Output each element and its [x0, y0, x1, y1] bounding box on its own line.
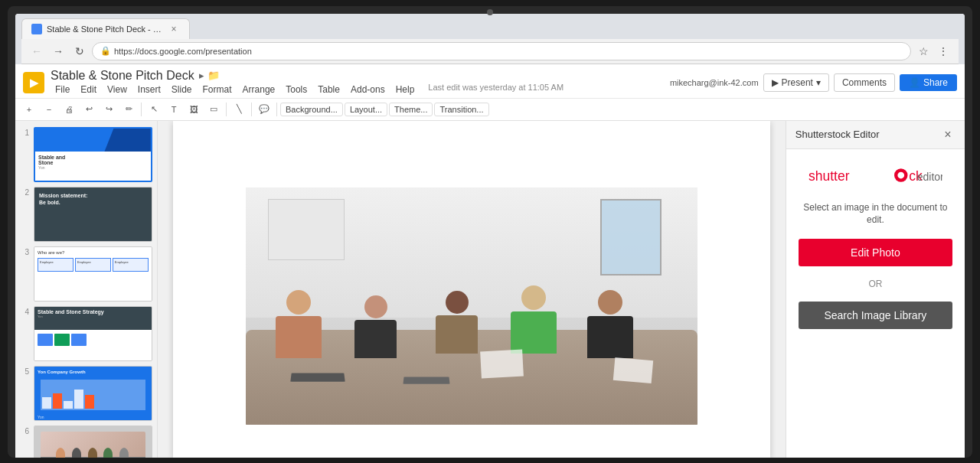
panel-title: Shutterstock Editor: [795, 129, 880, 140]
slide-thumb-3[interactable]: Who are we? Employee Employee Employee: [34, 246, 152, 302]
image-btn[interactable]: 🖼: [185, 100, 203, 119]
textbox-btn[interactable]: T: [165, 100, 183, 119]
slide2-text: Mission statement:Be bold.: [39, 192, 147, 206]
user-email: mikecharg@ink-42.com: [670, 78, 759, 87]
slide3-content: Employee Employee Employee: [38, 258, 149, 272]
more-button[interactable]: ⋮: [934, 42, 952, 60]
slide-thumb-1[interactable]: Stable andStone Yon: [34, 127, 152, 182]
paint-btn[interactable]: ✏: [119, 100, 138, 119]
slide-item-4[interactable]: 4 Stable and Stone Strategy Yon: [20, 306, 152, 361]
docs-title-info: Stable & Stone Pitch Deck ▸ 📁 File Edit …: [51, 69, 664, 96]
present-icon: ▶: [772, 77, 779, 88]
address-bar[interactable]: 🔒 https://docs.google.com/presentation: [92, 42, 911, 60]
nav-bar: ← → ↻ 🔒 https://docs.google.com/presenta…: [21, 39, 959, 64]
slide-thumb-5[interactable]: Yon Company Growth: [34, 366, 152, 421]
shapes-btn[interactable]: ▭: [204, 100, 223, 119]
menu-edit[interactable]: Edit: [76, 83, 101, 96]
redo-btn[interactable]: ↪: [100, 100, 118, 119]
select-btn[interactable]: ↖: [145, 100, 163, 119]
tab-close-btn[interactable]: ×: [168, 23, 180, 35]
background-dropdown[interactable]: Background...: [280, 103, 343, 116]
present-button[interactable]: ▶ Present ▾: [763, 73, 829, 92]
slide-thumb-4[interactable]: Stable and Stone Strategy Yon: [34, 306, 152, 361]
slide-item-6[interactable]: 6: [20, 426, 152, 458]
line-btn[interactable]: ╲: [230, 100, 248, 119]
slide-canvas: [173, 121, 770, 458]
menu-arrange[interactable]: Arrange: [238, 83, 280, 96]
menu-insert[interactable]: Insert: [133, 83, 165, 96]
panel-description: Select an image in the document to edit.: [799, 201, 952, 227]
slide-thumb-2[interactable]: Mission statement:Be bold.: [34, 187, 152, 242]
drive-icon: ▸: [199, 70, 204, 81]
slide-item-2[interactable]: 2 Mission statement:Be bold.: [20, 187, 152, 242]
layout-dropdown[interactable]: Layout...: [345, 103, 387, 116]
theme-dropdown[interactable]: Theme...: [389, 103, 433, 116]
tab-bar: Stable & Stone Pitch Deck - C... ×: [21, 18, 959, 39]
panel-header: Shutterstock Editor ×: [786, 121, 965, 149]
docs-title-icons: ▸ 📁: [199, 70, 220, 81]
slide-item-3[interactable]: 3 Who are we? Employee Employee Employee: [20, 246, 152, 302]
transition-dropdown[interactable]: Transition...: [434, 103, 488, 116]
comments-button[interactable]: Comments: [834, 73, 895, 92]
menu-file[interactable]: File: [51, 83, 74, 96]
forward-button[interactable]: →: [49, 42, 67, 60]
slide4-item-3: [71, 334, 87, 346]
slide1-title: Stable andStone: [38, 155, 148, 165]
svg-text:shutter: shutter: [808, 168, 850, 184]
tab-favicon: [31, 24, 42, 34]
slide4-title: Stable and Stone Strategy: [38, 309, 149, 315]
or-divider: OR: [868, 279, 882, 289]
autosave-text: Last edit was yesterday at 11:05 AM: [428, 83, 564, 96]
share-icon: 👤: [909, 77, 920, 88]
star-button[interactable]: ☆: [914, 42, 933, 60]
svg-text:editor: editor: [917, 171, 942, 183]
docs-toolbar-area: ▶ Stable & Stone Pitch Deck ▸ 📁 File Edi…: [15, 64, 965, 121]
folder-icon: 📁: [207, 70, 220, 81]
slide-number-5: 5: [20, 367, 29, 376]
docs-title-row: Stable & Stone Pitch Deck ▸ 📁: [51, 69, 664, 83]
shutterstock-logo: shutter ck editor: [808, 165, 942, 189]
menu-table[interactable]: Table: [313, 83, 345, 96]
slide-number-3: 3: [20, 248, 29, 256]
formatting-toolbar: + − 🖨 ↩ ↪ ✏ ↖ T 🖼 ▭ ╲ 💬 Background... La…: [15, 98, 965, 120]
zoom-out-btn[interactable]: −: [40, 100, 58, 119]
slide3-box-2: Employee: [75, 258, 111, 272]
slide-thumb-6[interactable]: [34, 426, 152, 458]
slide3-box-1: Employee: [38, 258, 74, 272]
svg-point-2: [897, 171, 904, 178]
share-button[interactable]: 👤 Share: [900, 74, 957, 91]
docs-menu: File Edit View Insert Slide Format Arran…: [51, 83, 664, 96]
present-dropdown-icon: ▾: [816, 77, 821, 88]
menu-view[interactable]: View: [103, 83, 132, 96]
slide-panel: 1 Stable andStone Yon: [15, 121, 158, 458]
slide-item-1[interactable]: 1 Stable andStone Yon: [20, 127, 152, 182]
menu-addons[interactable]: Add-ons: [346, 83, 390, 96]
search-library-button[interactable]: Search Image Library: [799, 302, 952, 329]
menu-help[interactable]: Help: [391, 83, 420, 96]
slide1-sub: Yon: [38, 165, 148, 170]
print-btn[interactable]: 🖨: [60, 100, 78, 119]
slide3-title: Who are we?: [38, 250, 149, 255]
slide-item-5[interactable]: 5 Yon Company Growth: [20, 366, 152, 421]
docs-icon-symbol: ▶: [30, 77, 38, 89]
edit-photo-button[interactable]: Edit Photo: [799, 239, 952, 266]
toolbar-sep-3: [251, 103, 252, 116]
back-button[interactable]: ←: [28, 42, 46, 60]
menu-tools[interactable]: Tools: [281, 83, 312, 96]
browser-tab[interactable]: Stable & Stone Pitch Deck - C... ×: [21, 18, 190, 39]
main-content: 1 Stable andStone Yon: [15, 121, 965, 458]
panel-close-btn[interactable]: ×: [940, 127, 956, 142]
menu-slide[interactable]: Slide: [167, 83, 197, 96]
undo-btn[interactable]: ↩: [80, 100, 98, 119]
url-text: https://docs.google.com/presentation: [114, 47, 252, 56]
shutterstock-logo-svg: shutter ck editor: [808, 165, 942, 186]
panel-content: shutter ck editor Select an image in the…: [786, 149, 965, 458]
docs-icon: ▶: [23, 72, 44, 93]
refresh-button[interactable]: ↻: [70, 42, 89, 60]
slide5-text: Yon: [38, 415, 149, 419]
menu-format[interactable]: Format: [198, 83, 237, 96]
canvas-area: [158, 121, 786, 458]
share-label: Share: [923, 77, 948, 88]
zoom-in-btn[interactable]: +: [20, 100, 38, 119]
comment-btn[interactable]: 💬: [255, 100, 273, 119]
